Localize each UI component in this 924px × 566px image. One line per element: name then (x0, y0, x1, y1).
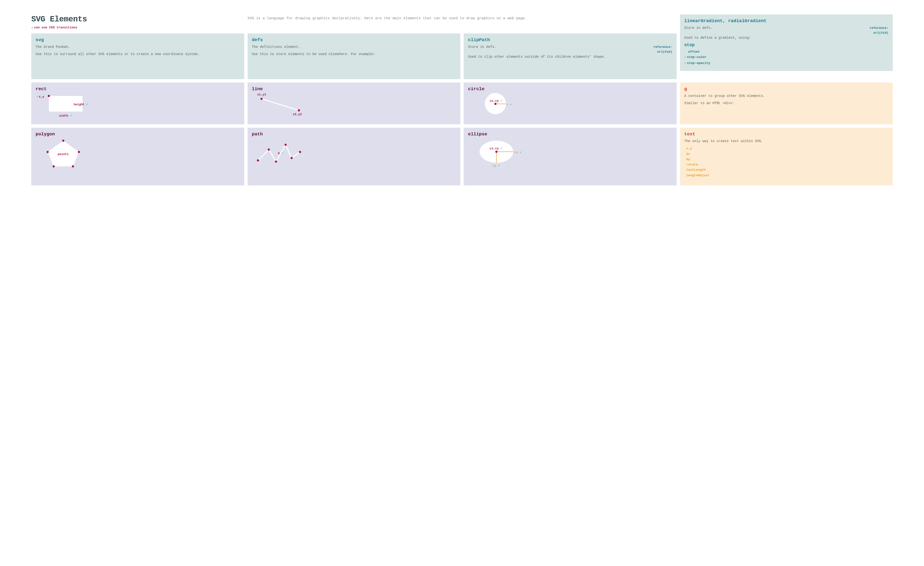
defs-p1: The definitions element. (252, 45, 456, 49)
check-icon: ✓ (31, 26, 34, 30)
line-p2-label: x2,y2 (293, 113, 302, 116)
ellipse-center: cx,cy (490, 147, 499, 150)
card-title-circle: circle (468, 86, 672, 91)
card-svg: svg The Grand Poobah. Use this to surrou… (31, 33, 244, 79)
check-icon: ✓ (684, 55, 687, 59)
page-title: SVG Elements (31, 15, 244, 24)
card-title-path: path (252, 132, 456, 137)
attr-stop-color: ✓stop-color (684, 55, 889, 61)
legend: ✓can use CSS transitions (31, 25, 244, 30)
svg-p2: Use this to surround all other SVG eleme… (36, 52, 240, 57)
card-title-defs: defs (252, 37, 456, 43)
gradient-p2: Used to define a gradient, using: (684, 35, 889, 40)
ellipse-ry-label: ry ✓ (492, 163, 500, 168)
card-clippath: clipPath Store in defs. reference: url(#… (464, 33, 676, 79)
circle-r: r (507, 103, 508, 106)
attr-textlength: textLength (684, 167, 889, 173)
gradient-sub: stop (684, 43, 889, 47)
line-p1-label: x1,y1 (257, 93, 266, 96)
circle-shape: cx,cy ✓ r ✓ (468, 94, 672, 120)
g-p2: Similar to an HTML <div>. (684, 101, 889, 106)
card-title-gradient: linearGradient, radialGradient (684, 18, 889, 24)
card-title-text: text (684, 132, 889, 137)
attr-lengthadjust-name: lengthAdjust (686, 174, 710, 177)
card-line: line x1,y1 x2,y2 (248, 82, 460, 124)
circle-center-label: cx,cy ✓ (490, 98, 502, 103)
clippath-ref2: url(#id) (657, 50, 672, 54)
ellipse-rx-label: rx ✓ (514, 150, 522, 154)
attr-lengthadjust: lengthAdjust (684, 173, 889, 178)
attr-rotate: rotate (684, 162, 889, 167)
rect-width: width (59, 114, 68, 118)
shape-grid: rect ✓x,y height ✓ width ✓ line x1,y1 x2… (31, 82, 893, 186)
card-title-ellipse: ellipse (468, 132, 672, 137)
card-text: text The only way to create text within … (680, 128, 893, 186)
check-icon: ✓ (510, 103, 512, 107)
clippath-p1: Store in defs. reference: url(#id) (468, 45, 672, 49)
clippath-ref1: reference: (653, 45, 672, 49)
check-icon: ✓ (86, 102, 88, 106)
attr-stop-color-name: stop-color (687, 55, 706, 59)
attr-dx-name: dx (686, 152, 690, 156)
text-p1: The only way to create text within SVG. (684, 139, 889, 144)
g-p1: A container to group other SVG elements. (684, 94, 889, 98)
svg-line-0 (261, 99, 299, 110)
attr-dy-name: dy (686, 157, 690, 161)
ellipse-rx: rx (514, 151, 518, 154)
check-icon: ✓ (37, 95, 39, 99)
rect-height: height (74, 103, 84, 106)
card-polygon: polygon points (31, 128, 244, 186)
card-circle: circle cx,cy ✓ r ✓ (464, 82, 676, 124)
gradient-store: Store in defs. (684, 26, 713, 30)
gradient-ref1: reference: (870, 26, 888, 30)
polygon-points-label: points (58, 153, 69, 156)
attr-rotate-name: rotate (686, 163, 698, 166)
card-path: path d ✓ (248, 128, 460, 186)
svg-p1: The Grand Poobah. (36, 45, 240, 49)
text-attrs: x,y dx dy rotate textLength lengthAdjust (684, 146, 889, 178)
check-icon: ✓ (684, 61, 687, 65)
card-title-clippath: clipPath (468, 37, 672, 43)
attr-dx: dx (684, 151, 889, 157)
check-icon: ✓ (520, 151, 522, 154)
attr-xy: x,y (684, 146, 889, 151)
clippath-p2: Used to clip other elements outside of i… (468, 54, 672, 59)
rect-height-label: height ✓ (74, 102, 88, 106)
gradient-ref2: url(#id) (873, 31, 888, 34)
header-row: SVG Elements ✓can use CSS transitions SV… (31, 14, 893, 79)
circle-r-label: r ✓ (507, 102, 512, 107)
card-title-rect: rect (36, 86, 240, 91)
line-shape: x1,y1 x2,y2 (252, 94, 456, 120)
attr-dy: dy (684, 157, 889, 162)
card-defs: defs The definitions element. Use this t… (248, 33, 460, 79)
attr-offset-name: offset (688, 50, 700, 54)
check-icon: ✓ (70, 114, 72, 118)
check-icon: ✓ (501, 147, 502, 151)
path-d-label: d ✓ (278, 151, 284, 155)
card-g: g A container to group other SVG element… (680, 82, 893, 124)
attr-stop-opacity: ✓stop-opacity (684, 61, 889, 67)
rect-shape: ✓x,y height ✓ width ✓ (36, 94, 240, 120)
attr-xy-name: x,y (686, 147, 692, 150)
defs-p2: Use this to store elements to be used el… (252, 52, 456, 57)
card-rect: rect ✓x,y height ✓ width ✓ (31, 82, 244, 124)
gradient-attrs: offset ✓stop-color ✓stop-opacity (684, 49, 889, 67)
rect-xy: x,y (39, 95, 44, 99)
path-shape: d ✓ (252, 139, 456, 168)
rect-xy-label: ✓x,y (37, 94, 44, 99)
card-title-line: line (252, 86, 456, 91)
legend-text: can use CSS transitions (34, 26, 77, 29)
polygon-shape: points (36, 139, 240, 168)
ellipse-center-label: cx,cy ✓ (490, 146, 502, 151)
ellipse-shape: cx,cy ✓ rx ✓ ry ✓ (468, 139, 672, 168)
card-title-polygon: polygon (36, 132, 240, 137)
card-gradient: linearGradient, radialGradient Store in … (680, 14, 893, 71)
gradient-p1: Store in defs. reference: url(#id) (684, 25, 889, 30)
circle-center: cx,cy (490, 99, 499, 103)
attr-stop-opacity-name: stop-opacity (687, 61, 710, 65)
clippath-store: Store in defs. (468, 45, 496, 49)
path-d: d (278, 152, 280, 155)
check-icon: ✓ (501, 99, 502, 103)
attr-offset: offset (684, 49, 889, 55)
check-icon: ✓ (498, 164, 500, 168)
